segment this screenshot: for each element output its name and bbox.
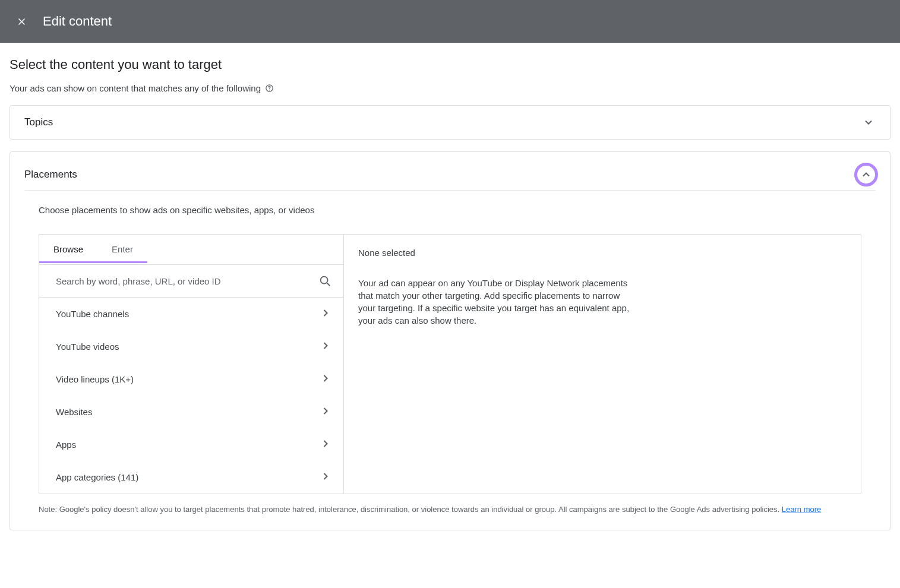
collapse-highlight-ring[interactable] [854, 163, 878, 186]
browse-item-label: YouTube videos [56, 342, 119, 352]
placements-two-pane: Browse Enter YouTube c [39, 234, 861, 494]
placements-description: Choose placements to show ads on specifi… [39, 205, 861, 215]
browse-item-label: Video lineups (1K+) [56, 374, 134, 384]
close-icon [16, 16, 27, 27]
topics-panel-header[interactable]: Topics [10, 106, 890, 139]
chevron-right-icon [320, 307, 331, 321]
placements-body: Choose placements to show ads on specifi… [10, 191, 890, 530]
placements-panel-header[interactable]: Placements [10, 152, 890, 190]
search-icon[interactable] [318, 274, 331, 287]
section-subtitle-row: Your ads can show on content that matche… [10, 83, 890, 93]
right-pane-description: Your ad can appear on any YouTube or Dis… [358, 277, 631, 327]
browse-item-apps[interactable]: Apps [39, 428, 343, 461]
chevron-down-icon [861, 115, 876, 129]
header-bar: Edit content [0, 0, 900, 43]
section-subtitle: Your ads can show on content that matche… [10, 83, 261, 93]
footnote-text: Note: Google's policy doesn't allow you … [39, 505, 782, 514]
browse-item-label: Websites [56, 407, 92, 417]
footnote: Note: Google's policy doesn't allow you … [39, 504, 861, 516]
placements-left-pane: Browse Enter YouTube c [39, 235, 344, 494]
chevron-right-icon [320, 438, 331, 451]
tab-enter-label: Enter [112, 244, 133, 254]
svg-line-3 [327, 283, 330, 286]
tabs: Browse Enter [39, 235, 343, 265]
browse-item-app-categories[interactable]: App categories (141) [39, 461, 343, 494]
chevron-up-icon [859, 167, 873, 182]
search-row [39, 265, 343, 298]
chevron-right-icon [320, 372, 331, 386]
chevron-right-icon [320, 340, 331, 353]
section-title: Select the content you want to target [10, 57, 890, 72]
placements-right-pane: None selected Your ad can appear on any … [344, 235, 861, 494]
tab-browse-label: Browse [53, 244, 83, 254]
search-input[interactable] [56, 276, 318, 286]
browse-item-label: Apps [56, 440, 76, 450]
browse-item-video-lineups[interactable]: Video lineups (1K+) [39, 363, 343, 396]
browse-item-label: YouTube channels [56, 309, 129, 319]
tab-enter[interactable]: Enter [97, 235, 147, 264]
none-selected-label: None selected [358, 248, 847, 258]
chevron-right-icon [320, 405, 331, 419]
close-button[interactable] [14, 14, 29, 29]
svg-point-2 [321, 277, 328, 284]
browse-list: YouTube channels YouTube videos Video li… [39, 298, 343, 494]
learn-more-link[interactable]: Learn more [782, 505, 821, 514]
browse-item-youtube-videos[interactable]: YouTube videos [39, 330, 343, 363]
placements-panel-title: Placements [24, 169, 77, 181]
placements-panel: Placements Choose placements to show ads… [10, 151, 890, 530]
chevron-right-icon [320, 470, 331, 484]
tab-browse[interactable]: Browse [39, 235, 97, 264]
topics-panel: Topics [10, 105, 890, 140]
topics-panel-title: Topics [24, 116, 53, 128]
svg-point-1 [269, 90, 270, 90]
browse-item-websites[interactable]: Websites [39, 396, 343, 428]
content-area: Select the content you want to target Yo… [0, 43, 900, 552]
header-title: Edit content [43, 14, 112, 29]
help-icon[interactable] [264, 84, 274, 93]
browse-item-youtube-channels[interactable]: YouTube channels [39, 298, 343, 330]
browse-item-label: App categories (141) [56, 472, 138, 482]
